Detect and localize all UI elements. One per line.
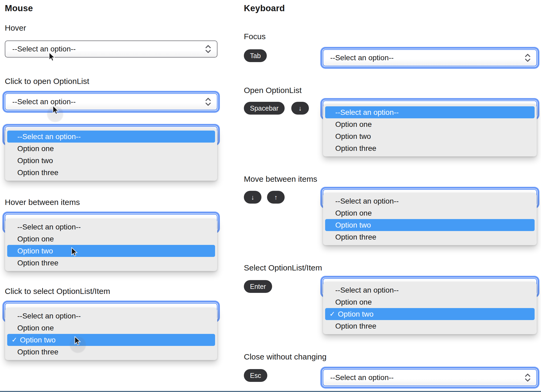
- option-three[interactable]: Option three: [325, 231, 535, 243]
- keyboard-column-title: Keyboard: [244, 3, 285, 13]
- option-one[interactable]: Option one: [325, 118, 535, 130]
- key-enter: Enter: [244, 280, 272, 293]
- option-label: Option two: [338, 308, 374, 320]
- select-value: --Select an option--: [12, 98, 76, 106]
- section-title-focus: Focus: [244, 32, 266, 41]
- section-title-open-optionlist: Open OptionList: [244, 86, 302, 95]
- select-chevron-icon: [205, 44, 212, 54]
- option-one[interactable]: Option one: [7, 233, 215, 245]
- open-select-composite: --Select an option-- Option one ✓ Option…: [5, 303, 217, 365]
- section-title-click-select: Click to select OptionList/Item: [5, 287, 110, 296]
- select-chevron-icon: [524, 53, 531, 63]
- select-trigger-focused[interactable]: --Select an option--: [323, 49, 537, 66]
- option-one[interactable]: Option one: [325, 207, 535, 219]
- option-list: --Select an option-- Option one ✓ Option…: [5, 308, 217, 360]
- option-list: --Select an option-- Option one Option t…: [323, 193, 537, 245]
- mouse-cursor-icon: [52, 106, 60, 115]
- open-select-composite: --Select an option-- Option one Option t…: [5, 126, 217, 183]
- option-three[interactable]: Option three: [325, 142, 535, 154]
- option-three[interactable]: Option three: [7, 167, 215, 179]
- select-value: --Select an option--: [12, 45, 76, 53]
- option-three[interactable]: Option three: [7, 257, 215, 269]
- option-select-an-option[interactable]: --Select an option--: [325, 284, 535, 296]
- option-two-selected[interactable]: ✓ Option two: [325, 308, 535, 320]
- section-title-move-between: Move between items: [244, 175, 317, 184]
- option-three[interactable]: Option three: [325, 320, 535, 332]
- option-two[interactable]: Option two: [7, 155, 215, 167]
- open-select-composite: --Select an option-- Option one Option t…: [323, 189, 537, 249]
- select-value: --Select an option--: [330, 373, 394, 382]
- option-one[interactable]: Option one: [325, 296, 535, 308]
- option-one[interactable]: Option one: [7, 322, 215, 334]
- select-trigger-focused[interactable]: --Select an option--: [5, 93, 217, 110]
- key-tab: Tab: [244, 49, 267, 62]
- option-list: --Select an option-- Option one Option t…: [5, 219, 217, 271]
- option-three[interactable]: Option three: [7, 346, 215, 358]
- option-select-an-option[interactable]: --Select an option--: [325, 195, 535, 207]
- option-label: Option two: [20, 334, 56, 346]
- select-trigger-focused[interactable]: --Select an option--: [323, 369, 537, 386]
- section-title-hover: Hover: [5, 23, 26, 33]
- option-select-an-option[interactable]: --Select an option--: [7, 310, 215, 322]
- mouse-column-title: Mouse: [5, 3, 33, 13]
- select-chevron-icon: [524, 373, 531, 382]
- option-two[interactable]: Option two: [325, 130, 535, 142]
- mouse-cursor-icon: [71, 247, 78, 257]
- option-two-active[interactable]: Option two: [325, 219, 535, 231]
- option-select-an-option[interactable]: --Select an option--: [7, 131, 215, 143]
- checkmark-icon: ✓: [329, 308, 335, 320]
- open-select-composite: --Select an option-- Option one Option t…: [323, 100, 537, 161]
- section-title-hover-between: Hover between items: [5, 198, 80, 207]
- page: Mouse Hover --Select an option-- Click t…: [0, 0, 541, 392]
- select-chevron-icon: [205, 97, 212, 107]
- mouse-cursor-icon: [49, 52, 56, 62]
- section-title-select-item: Select OptionList/Item: [244, 263, 322, 272]
- key-arrow-down: ↓: [244, 191, 261, 204]
- option-two-selected[interactable]: ✓ Option two: [7, 334, 215, 346]
- option-select-an-option[interactable]: --Select an option--: [325, 106, 535, 118]
- option-one[interactable]: Option one: [7, 143, 215, 155]
- mouse-cursor-icon: [74, 336, 82, 346]
- option-list: --Select an option-- Option one Option t…: [5, 128, 217, 181]
- select-value: --Select an option--: [330, 54, 394, 62]
- section-title-close: Close without changing: [244, 352, 326, 361]
- key-esc: Esc: [244, 369, 267, 382]
- key-arrow-down: ↓: [291, 102, 309, 115]
- checkmark-icon: ✓: [11, 334, 17, 346]
- key-spacebar: Spacebar: [244, 102, 285, 115]
- option-two-hovered[interactable]: Option two: [7, 245, 215, 257]
- section-title-click-open: Click to open OptionList: [5, 77, 89, 86]
- key-arrow-up: ↑: [267, 191, 285, 204]
- option-list: --Select an option-- Option one ✓ Option…: [323, 282, 537, 334]
- bottom-divider: [0, 391, 541, 392]
- option-list: --Select an option-- Option one Option t…: [323, 104, 537, 156]
- open-select-composite: --Select an option-- Option one ✓ Option…: [323, 278, 537, 338]
- open-select-composite: --Select an option-- Option one Option t…: [5, 214, 217, 276]
- select-trigger[interactable]: --Select an option--: [5, 41, 217, 58]
- option-select-an-option[interactable]: --Select an option--: [7, 221, 215, 233]
